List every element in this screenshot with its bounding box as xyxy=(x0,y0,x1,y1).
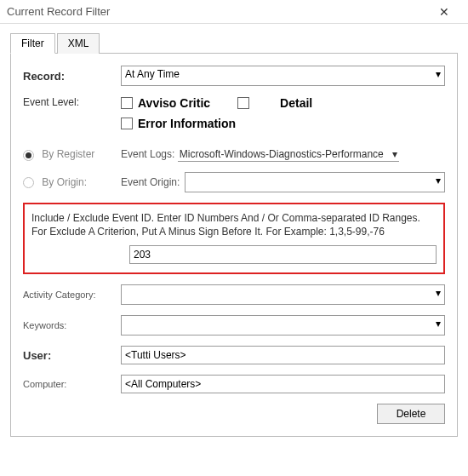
event-id-input[interactable] xyxy=(129,245,437,264)
user-input[interactable] xyxy=(121,346,445,364)
activity-category-select[interactable]: ▾ xyxy=(121,284,445,305)
chevron-down-icon: ▾ xyxy=(436,68,441,80)
checkbox-icon xyxy=(237,97,249,109)
filter-panel: Record: At Any Time ▾ Event Level: Avvis… xyxy=(10,54,458,437)
computer-label: Computer: xyxy=(23,379,121,389)
titlebar: Current Record Filter ✕ xyxy=(0,0,468,24)
radio-icon xyxy=(23,177,34,188)
checkbox-icon xyxy=(121,97,133,109)
event-origin-label: Event Origin: xyxy=(121,176,180,188)
check-error-info-label: Error Information xyxy=(138,117,236,130)
record-select-value: At Any Time xyxy=(125,68,180,80)
event-id-help: Include / Exclude Event ID. Enter ID Num… xyxy=(31,211,437,238)
event-logs-text: Microsoft-Windows-Diagnostics-Performanc… xyxy=(180,148,384,160)
tab-xml-label: XML xyxy=(68,37,89,49)
record-label: Record: xyxy=(23,70,121,83)
chevron-down-icon: ▾ xyxy=(436,175,441,186)
chevron-down-icon: ▾ xyxy=(436,318,441,330)
radio-icon xyxy=(23,150,34,161)
event-origin-select[interactable]: ▾ xyxy=(185,172,445,192)
check-avviso-label: Avviso Critic xyxy=(138,96,210,110)
tab-filter[interactable]: Filter xyxy=(10,33,55,54)
close-icon[interactable]: ✕ xyxy=(427,2,461,22)
chevron-down-icon: ▾ xyxy=(436,287,441,299)
computer-input[interactable] xyxy=(121,375,445,393)
event-logs-label: Event Logs: xyxy=(121,148,174,160)
keywords-select[interactable]: ▾ xyxy=(121,315,445,335)
delete-button[interactable]: Delete xyxy=(377,404,445,424)
keywords-label: Keywords: xyxy=(23,320,121,330)
by-register-label: By Register xyxy=(42,148,94,160)
event-logs-value[interactable]: Microsoft-Windows-Diagnostics-Performanc… xyxy=(178,147,399,162)
delete-button-label: Delete xyxy=(397,408,426,420)
event-level-label: Event Level: xyxy=(23,96,121,108)
tab-filter-label: Filter xyxy=(21,37,44,49)
chevron-down-icon: ▾ xyxy=(392,148,397,160)
check-detail-label: Detail xyxy=(280,96,312,110)
record-select[interactable]: At Any Time ▾ xyxy=(121,66,445,86)
by-origin-option[interactable]: By Origin: xyxy=(23,176,121,188)
check-detail[interactable]: Detail xyxy=(237,96,312,110)
checkbox-icon xyxy=(121,118,133,129)
dialog-footer: OK Cancel xyxy=(10,467,458,476)
by-register-option[interactable]: By Register xyxy=(23,148,121,160)
window-title: Current Record Filter xyxy=(7,5,427,18)
tab-xml[interactable]: XML xyxy=(57,33,100,54)
by-origin-label: By Origin: xyxy=(42,176,87,188)
activity-category-label: Activity Category: xyxy=(23,290,121,300)
tabbar: Filter XML xyxy=(10,32,458,54)
check-avviso[interactable]: Avviso Critic xyxy=(121,96,210,110)
check-error-info[interactable]: Error Information xyxy=(121,117,236,130)
event-id-box: Include / Exclude Event ID. Enter ID Num… xyxy=(23,203,445,274)
user-label: User: xyxy=(23,349,121,362)
